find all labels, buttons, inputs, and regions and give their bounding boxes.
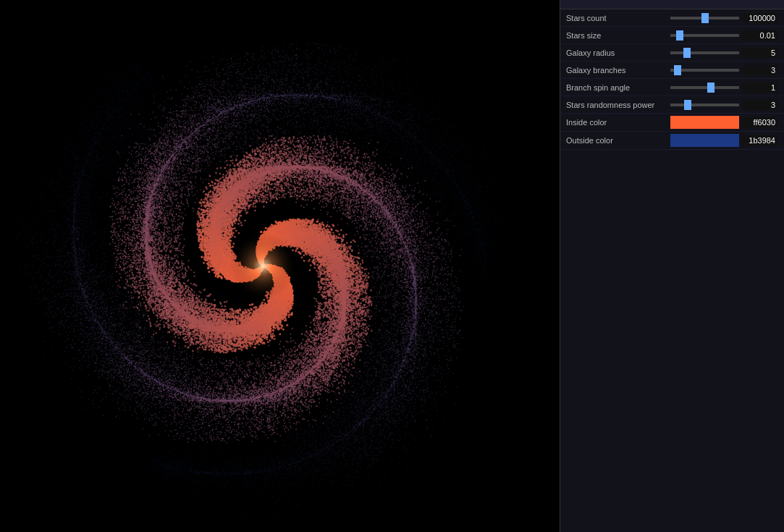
label-outside-color: Outside color [566, 136, 667, 145]
slider-wrap-stars-randomness-power [670, 104, 739, 106]
slider-stars-count[interactable] [670, 17, 739, 20]
slider-wrap-galaxy-branches [670, 69, 739, 72]
color-row-inside-color: Inside colorff6030 [560, 114, 784, 132]
color-value-outside-color: 1b3984 [742, 135, 778, 145]
label-inside-color: Inside color [566, 118, 667, 127]
label-branch-spin-angle: Branch spin angle [566, 83, 667, 92]
slider-galaxy-branches[interactable] [670, 69, 739, 72]
slider-rows: Stars count100000Stars size0.01Galaxy ra… [560, 9, 784, 114]
label-stars-randomness-power: Stars randomness power [566, 101, 667, 109]
panel-header [560, 0, 784, 9]
label-galaxy-branches: Galaxy branches [566, 66, 667, 75]
swatch-inside-color[interactable] [670, 116, 739, 129]
label-galaxy-radius: Galaxy radius [566, 48, 667, 57]
controls-panel: Stars count100000Stars size0.01Galaxy ra… [560, 0, 784, 532]
color-value-inside-color: ff6030 [742, 117, 778, 127]
label-stars-size: Stars size [566, 31, 667, 40]
color-rows: Inside colorff6030Outside color1b3984 [560, 114, 784, 150]
galaxy-viewport [0, 0, 560, 532]
slider-wrap-stars-count [670, 17, 739, 20]
slider-stars-size[interactable] [670, 34, 739, 37]
value-stars-randomness-power: 3 [742, 100, 778, 110]
label-stars-count: Stars count [566, 14, 667, 22]
value-galaxy-radius: 5 [742, 48, 778, 58]
slider-wrap-galaxy-radius [670, 51, 739, 54]
control-row-galaxy-branches: Galaxy branches3 [560, 62, 784, 79]
control-row-stars-size: Stars size0.01 [560, 27, 784, 44]
control-row-galaxy-radius: Galaxy radius5 [560, 44, 784, 62]
slider-wrap-stars-size [670, 34, 739, 37]
control-row-stars-count: Stars count100000 [560, 9, 784, 27]
color-row-outside-color: Outside color1b3984 [560, 132, 784, 150]
slider-galaxy-radius[interactable] [670, 51, 739, 54]
value-branch-spin-angle: 1 [742, 83, 778, 93]
control-row-branch-spin-angle: Branch spin angle1 [560, 79, 784, 96]
value-stars-size: 0.01 [742, 30, 778, 41]
slider-branch-spin-angle[interactable] [670, 86, 739, 89]
value-stars-count: 100000 [742, 13, 778, 23]
slider-wrap-branch-spin-angle [670, 86, 739, 89]
galaxy-canvas [0, 0, 560, 532]
value-galaxy-branches: 3 [742, 65, 778, 75]
swatch-outside-color[interactable] [670, 134, 739, 147]
control-row-stars-randomness-power: Stars randomness power3 [560, 96, 784, 114]
slider-stars-randomness-power[interactable] [670, 104, 739, 106]
